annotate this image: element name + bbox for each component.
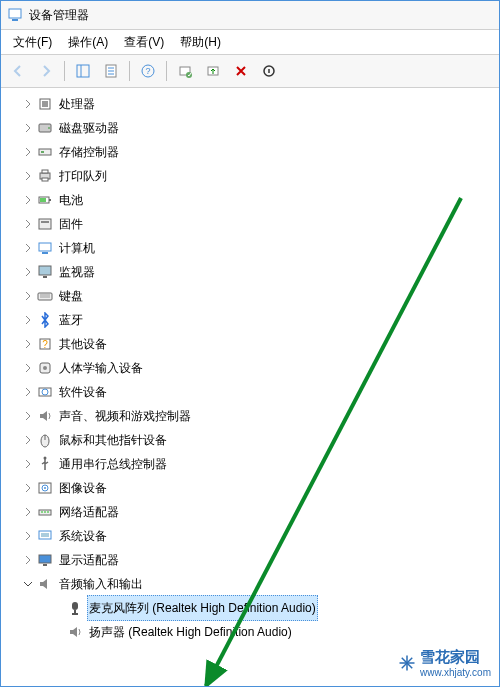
- svg-rect-15: [42, 101, 48, 107]
- node-label: 键盘: [57, 283, 85, 309]
- tree-node[interactable]: 扬声器 (Realtek High Definition Audio): [51, 620, 499, 644]
- tree-node[interactable]: 电池: [21, 188, 499, 212]
- expand-collapse-icon[interactable]: [21, 121, 35, 135]
- node-label: 磁盘驱动器: [57, 115, 121, 141]
- svg-point-49: [44, 511, 46, 513]
- tree-node[interactable]: 蓝牙: [21, 308, 499, 332]
- svg-rect-21: [42, 170, 48, 173]
- printer-icon: [37, 168, 53, 184]
- spacer: [51, 601, 65, 615]
- expand-collapse-icon[interactable]: [21, 313, 35, 327]
- menu-file[interactable]: 文件(F): [5, 32, 60, 53]
- forward-button[interactable]: [33, 58, 59, 84]
- expand-collapse-icon[interactable]: [21, 457, 35, 471]
- node-label: 扬声器 (Realtek High Definition Audio): [87, 619, 294, 645]
- properties-button[interactable]: [98, 58, 124, 84]
- svg-rect-18: [39, 149, 51, 155]
- storage-icon: [37, 144, 53, 160]
- window-title: 设备管理器: [29, 7, 89, 24]
- menu-action[interactable]: 操作(A): [60, 32, 116, 53]
- expand-collapse-icon[interactable]: [21, 337, 35, 351]
- expand-collapse-icon[interactable]: [21, 289, 35, 303]
- tree-node[interactable]: 通用串行总线控制器: [21, 452, 499, 476]
- expand-collapse-icon[interactable]: [21, 193, 35, 207]
- device-tree[interactable]: 处理器磁盘驱动器存储控制器打印队列电池固件计算机监视器键盘蓝牙?其他设备人体学输…: [1, 88, 499, 686]
- expand-collapse-icon[interactable]: [21, 97, 35, 111]
- expand-collapse-icon[interactable]: [21, 361, 35, 375]
- svg-point-46: [44, 487, 46, 489]
- node-label: 存储控制器: [57, 139, 121, 165]
- tree-node[interactable]: 监视器: [21, 260, 499, 284]
- tree-node[interactable]: 磁盘驱动器: [21, 116, 499, 140]
- monitor-icon: [37, 264, 53, 280]
- expand-collapse-icon[interactable]: [21, 217, 35, 231]
- expand-collapse-icon[interactable]: [21, 577, 35, 591]
- update-driver-button[interactable]: [200, 58, 226, 84]
- expand-collapse-icon[interactable]: [21, 553, 35, 567]
- expand-collapse-icon[interactable]: [21, 385, 35, 399]
- svg-rect-19: [41, 151, 44, 153]
- expand-collapse-icon[interactable]: [21, 529, 35, 543]
- expand-collapse-icon[interactable]: [21, 265, 35, 279]
- display-icon: [37, 552, 53, 568]
- svg-rect-29: [42, 252, 48, 254]
- node-label: 音频输入和输出: [57, 571, 145, 597]
- svg-rect-27: [41, 221, 49, 223]
- svg-text:?: ?: [42, 339, 48, 350]
- tree-node[interactable]: 显示适配器: [21, 548, 499, 572]
- mouse-icon: [37, 432, 53, 448]
- node-label: 系统设备: [57, 523, 109, 549]
- tree-node[interactable]: 处理器: [21, 92, 499, 116]
- svg-point-43: [44, 457, 47, 460]
- spacer: [51, 625, 65, 639]
- software-icon: [37, 384, 53, 400]
- node-label: 计算机: [57, 235, 97, 261]
- help-button[interactable]: ?: [135, 58, 161, 84]
- svg-rect-2: [77, 65, 89, 77]
- tree-node[interactable]: 打印队列: [21, 164, 499, 188]
- expand-collapse-icon[interactable]: [21, 169, 35, 183]
- app-icon: [7, 7, 23, 23]
- node-label: 蓝牙: [57, 307, 85, 333]
- tree-node[interactable]: 人体学输入设备: [21, 356, 499, 380]
- expand-collapse-icon[interactable]: [21, 481, 35, 495]
- bluetooth-icon: [37, 312, 53, 328]
- tree-node[interactable]: 网络适配器: [21, 500, 499, 524]
- svg-rect-55: [72, 602, 78, 610]
- audio-icon: [37, 576, 53, 592]
- back-button[interactable]: [5, 58, 31, 84]
- expand-collapse-icon[interactable]: [21, 145, 35, 159]
- tree-node[interactable]: 音频输入和输出: [21, 572, 499, 596]
- node-label: 人体学输入设备: [57, 355, 145, 381]
- show-hide-tree-button[interactable]: [70, 58, 96, 84]
- tree-node[interactable]: 软件设备: [21, 380, 499, 404]
- tree-node[interactable]: 鼠标和其他指针设备: [21, 428, 499, 452]
- node-label: 鼠标和其他指针设备: [57, 427, 169, 453]
- uninstall-button[interactable]: [228, 58, 254, 84]
- svg-point-50: [47, 511, 49, 513]
- expand-collapse-icon[interactable]: [21, 433, 35, 447]
- cpu-icon: [37, 96, 53, 112]
- scan-hardware-button[interactable]: [172, 58, 198, 84]
- keyboard-icon: [37, 288, 53, 304]
- sound-icon: [37, 408, 53, 424]
- svg-text:?: ?: [145, 66, 150, 76]
- disable-button[interactable]: [256, 58, 282, 84]
- menu-view[interactable]: 查看(V): [116, 32, 172, 53]
- tree-node[interactable]: ?其他设备: [21, 332, 499, 356]
- expand-collapse-icon[interactable]: [21, 409, 35, 423]
- menu-help[interactable]: 帮助(H): [172, 32, 229, 53]
- tree-node[interactable]: 计算机: [21, 236, 499, 260]
- expand-collapse-icon[interactable]: [21, 241, 35, 255]
- svg-rect-53: [39, 555, 51, 563]
- node-label: 打印队列: [57, 163, 109, 189]
- svg-rect-24: [49, 199, 51, 201]
- tree-node[interactable]: 麦克风阵列 (Realtek High Definition Audio): [51, 596, 499, 620]
- expand-collapse-icon[interactable]: [21, 505, 35, 519]
- tree-node[interactable]: 键盘: [21, 284, 499, 308]
- tree-node[interactable]: 系统设备: [21, 524, 499, 548]
- tree-node[interactable]: 固件: [21, 212, 499, 236]
- tree-node[interactable]: 声音、视频和游戏控制器: [21, 404, 499, 428]
- tree-node[interactable]: 图像设备: [21, 476, 499, 500]
- tree-node[interactable]: 存储控制器: [21, 140, 499, 164]
